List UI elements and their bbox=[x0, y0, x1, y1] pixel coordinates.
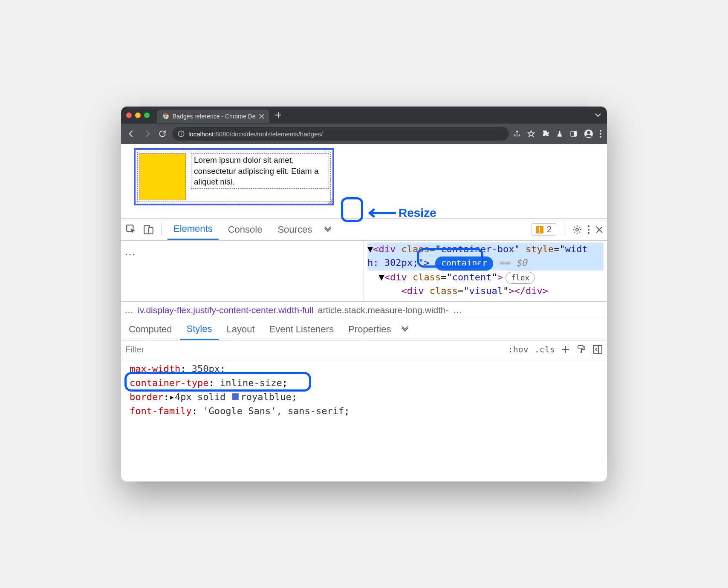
labs-flask-icon[interactable] bbox=[556, 130, 563, 138]
maximize-window-icon[interactable] bbox=[144, 112, 150, 118]
lorem-text: Lorem ipsum dolor sit amet, consectetur … bbox=[191, 153, 329, 189]
settings-gear-icon[interactable] bbox=[572, 225, 582, 235]
resize-handle-icon[interactable] bbox=[327, 199, 333, 205]
paint-format-icon[interactable] bbox=[576, 344, 586, 355]
breadcrumb-item[interactable]: article.stack.measure-long.width- bbox=[318, 305, 449, 315]
issues-count: 2 bbox=[547, 225, 552, 234]
toggle-sidebar-icon[interactable] bbox=[592, 345, 603, 354]
window-caret-icon[interactable] bbox=[594, 111, 602, 119]
svg-rect-6 bbox=[574, 131, 577, 136]
tab-styles[interactable]: Styles bbox=[180, 319, 219, 340]
svg-rect-14 bbox=[149, 227, 153, 233]
svg-rect-22 bbox=[598, 346, 602, 353]
hov-toggle[interactable]: :hov bbox=[508, 344, 529, 355]
svg-rect-21 bbox=[593, 346, 602, 353]
flex-badge[interactable]: flex bbox=[506, 272, 535, 284]
breadcrumb-ellipsis-left[interactable]: … bbox=[124, 305, 133, 315]
more-tabs-icon[interactable] bbox=[323, 225, 332, 234]
profile-avatar-icon[interactable] bbox=[584, 129, 593, 138]
issues-badge[interactable]: 2 bbox=[531, 223, 556, 236]
tab-properties[interactable]: Properties bbox=[341, 320, 398, 339]
more-styles-tabs-icon[interactable] bbox=[400, 325, 410, 334]
svg-rect-20 bbox=[581, 351, 582, 353]
callout-container-type bbox=[124, 372, 311, 392]
callout-container-badge bbox=[417, 248, 483, 268]
back-button[interactable] bbox=[126, 128, 137, 139]
tab-close-icon[interactable] bbox=[259, 114, 264, 119]
url-port: :8080 bbox=[214, 130, 230, 138]
devtools-close-icon[interactable] bbox=[595, 225, 604, 234]
dom-tree[interactable]: ▼<div class="container-box" style="widt … bbox=[364, 241, 607, 301]
cls-toggle[interactable]: .cls bbox=[534, 344, 555, 355]
forward-button[interactable] bbox=[142, 128, 153, 139]
container-box[interactable]: Lorem ipsum dolor sit amet, consectetur … bbox=[134, 148, 334, 205]
dom-node-container-box[interactable]: ▼<div class="container-box" style="widt bbox=[367, 242, 604, 256]
url-bar: localhost:8080/docs/devtools/elements/ba… bbox=[121, 124, 607, 144]
browser-window: Badges reference - Chrome De localhost bbox=[121, 107, 607, 481]
devtools-menu-icon[interactable] bbox=[587, 225, 590, 234]
traffic-lights bbox=[126, 112, 150, 118]
close-window-icon[interactable] bbox=[126, 112, 132, 118]
url-path: /docs/devtools/elements/badges/ bbox=[230, 130, 323, 138]
extensions-puzzle-icon[interactable] bbox=[541, 130, 550, 138]
share-icon[interactable] bbox=[513, 130, 521, 138]
css-declaration[interactable]: font-family: 'Google Sans', sans-serif; bbox=[130, 404, 598, 418]
reload-button[interactable] bbox=[157, 128, 168, 139]
content-row: Lorem ipsum dolor sit amet, consectetur … bbox=[139, 153, 329, 200]
color-swatch-icon[interactable] bbox=[232, 393, 239, 400]
svg-point-8 bbox=[587, 131, 590, 134]
bookmark-star-icon[interactable] bbox=[527, 130, 535, 138]
svg-point-1 bbox=[165, 115, 167, 117]
breadcrumb-bar[interactable]: … iv.display-flex.justify-content-center… bbox=[121, 301, 607, 319]
tab-console[interactable]: Console bbox=[222, 220, 269, 239]
visual-box bbox=[139, 153, 186, 200]
url-host: localhost bbox=[188, 130, 214, 138]
device-toolbar-icon[interactable] bbox=[142, 223, 155, 236]
address-bar[interactable]: localhost:8080/docs/devtools/elements/ba… bbox=[172, 127, 509, 141]
breadcrumb-item[interactable]: iv.display-flex.justify-content-center.w… bbox=[138, 305, 314, 315]
svg-point-10 bbox=[600, 133, 601, 135]
dom-node-line2[interactable]: h: 302px;"> container == $0 bbox=[367, 256, 604, 271]
new-style-rule-icon[interactable] bbox=[561, 345, 570, 354]
new-tab-button[interactable] bbox=[272, 109, 285, 121]
tab-layout[interactable]: Layout bbox=[220, 320, 261, 339]
warning-icon bbox=[536, 226, 543, 233]
tab-elements[interactable]: Elements bbox=[168, 219, 219, 240]
svg-point-15 bbox=[576, 228, 578, 231]
tab-computed[interactable]: Computed bbox=[122, 320, 179, 339]
devtools-tabs: Elements Console Sources 2 bbox=[121, 219, 607, 241]
svg-point-18 bbox=[588, 232, 589, 233]
callout-resize-arrow: Resize bbox=[366, 206, 436, 220]
site-info-icon[interactable] bbox=[177, 130, 185, 138]
page-content: Lorem ipsum dolor sit amet, consectetur … bbox=[121, 144, 607, 218]
devtools-panel: Elements Console Sources 2 … ▼<div clas bbox=[121, 218, 607, 481]
svg-point-9 bbox=[600, 130, 601, 132]
toolbar-right bbox=[513, 129, 602, 138]
dom-node-content[interactable]: ▼<div class="content">flex bbox=[367, 271, 604, 284]
css-declaration[interactable]: border:▸4px solid royalblue; bbox=[130, 390, 598, 404]
resize-label: Resize bbox=[399, 206, 436, 220]
css-properties[interactable]: max-width: 350px; container-type: inline… bbox=[121, 359, 607, 422]
styles-filter-input[interactable]: Filter bbox=[125, 345, 502, 355]
styles-tabs: Computed Styles Layout Event Listeners P… bbox=[121, 319, 607, 340]
breadcrumb-ellipsis-right[interactable]: … bbox=[453, 305, 462, 315]
browser-tab[interactable]: Badges reference - Chrome De bbox=[157, 110, 269, 123]
dom-node-visual[interactable]: <div class="visual"></div> bbox=[367, 284, 604, 298]
svg-rect-3 bbox=[181, 133, 182, 135]
callout-resize-rect bbox=[341, 197, 363, 222]
inspect-element-icon[interactable] bbox=[124, 223, 138, 236]
minimize-window-icon[interactable] bbox=[135, 112, 141, 118]
dom-tree-panel: … ▼<div class="container-box" style="wid… bbox=[121, 241, 607, 301]
tab-sources[interactable]: Sources bbox=[272, 220, 318, 239]
panel-icon[interactable] bbox=[569, 130, 578, 138]
svg-point-16 bbox=[588, 225, 589, 227]
svg-rect-19 bbox=[578, 346, 583, 348]
menu-kebab-icon[interactable] bbox=[599, 130, 602, 138]
tab-event-listeners[interactable]: Event Listeners bbox=[263, 320, 341, 339]
styles-filter-bar: Filter :hov .cls bbox=[121, 340, 607, 359]
svg-point-11 bbox=[600, 136, 601, 138]
dom-left-ellipsis: … bbox=[121, 241, 364, 301]
tab-bar: Badges reference - Chrome De bbox=[121, 107, 607, 124]
svg-point-17 bbox=[588, 228, 589, 230]
chrome-favicon-icon bbox=[162, 113, 169, 120]
